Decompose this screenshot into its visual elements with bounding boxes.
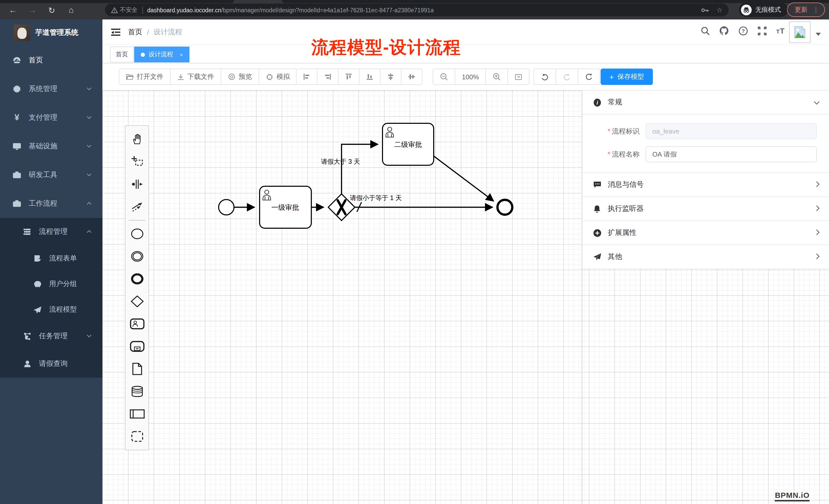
panel-section-extension[interactable]: 扩展属性 [582,221,829,245]
sidebar-item-infra[interactable]: 基础设施 [0,132,102,161]
start-event[interactable] [219,200,234,215]
zoom-in-button[interactable] [486,69,508,85]
sidebar-item-payment[interactable]: ¥ 支付管理 [0,103,102,132]
align-left-button[interactable] [296,69,318,85]
tab-label: 设计流程 [148,50,173,59]
process-name-input[interactable] [646,146,817,162]
font-size-icon[interactable]: TT [776,26,786,36]
browser-home-icon[interactable]: ⌂ [66,5,77,16]
key-icon[interactable] [701,7,710,12]
sidebar-item-label: 任务管理 [39,332,68,341]
logo-image [14,25,30,41]
caret-down-icon[interactable] [816,33,821,36]
preview-button[interactable]: 预览 [221,69,259,85]
required-star: * [608,150,610,158]
sidebar-item-process-form[interactable]: 流程表单 [0,245,102,271]
app-root: ← → ↻ ⌂ 不安全 dashboard.yudao.iocoder.cn/b… [0,0,829,504]
section-label: 消息与信号 [608,180,644,189]
browser-menu-kebab-icon[interactable]: ⋮ [813,6,819,13]
button-label: 打开文件 [137,72,163,81]
browser-forward-icon[interactable]: → [27,5,38,16]
sidebar-item-label: 流程模型 [49,305,77,314]
app-logo[interactable]: 芋道管理系统 [0,20,102,46]
panel-section-general[interactable]: i 常规 [582,90,829,115]
align-bottom-icon [366,73,373,80]
sidebar-item-process-mgmt[interactable]: 流程管理 [0,218,102,245]
breadcrumb-separator: / [147,28,149,36]
align-bottom-button[interactable] [359,69,381,85]
flow-label-gt3: 请假大于 3 天 [321,158,360,165]
zoom-out-button[interactable] [433,69,455,85]
align-center-vertical-button[interactable] [380,69,401,85]
restart-button[interactable] [578,69,600,85]
tab-design-process[interactable]: 设计流程 × [134,46,190,63]
sidebar-item-label: 系统管理 [29,84,57,93]
download-icon [177,73,184,80]
update-label[interactable]: 更新 [795,5,807,14]
github-icon[interactable] [719,26,729,36]
sidebar-item-system[interactable]: 系统管理 [0,75,102,103]
fullscreen-icon[interactable] [757,26,767,36]
panel-section-message[interactable]: 消息与信号 [582,173,829,197]
url-bar[interactable]: 不安全 dashboard.yudao.iocoder.cn/bpm/manag… [105,4,729,16]
flow-task2-to-end[interactable] [434,156,494,201]
process-key-input[interactable] [646,123,817,139]
sidebar-item-label: 首页 [29,56,43,65]
bookmark-star-icon[interactable]: ☆ [717,6,722,14]
sidebar-item-leave-query[interactable]: 请假查询 [0,350,102,378]
save-model-button[interactable]: + 保存模型 [601,69,653,85]
search-icon[interactable] [700,26,710,36]
align-center-v-icon [387,73,394,80]
task-first-approve[interactable]: 一级审批 [260,186,311,228]
zoom-level-display[interactable]: 100% [455,69,486,85]
bpmn-io-watermark[interactable]: BPMN.iO [775,491,809,501]
chevron-right-icon [816,205,820,213]
task2-label: 二级审批 [394,141,422,148]
sidebar-item-home[interactable]: 首页 [0,46,102,75]
task1-label: 一级审批 [272,204,299,211]
undo-icon [541,73,549,81]
sidebar-item-workflow[interactable]: 工作流程 [0,189,102,218]
help-icon[interactable]: ? [738,26,748,36]
download-file-button[interactable]: 下载文件 [170,69,221,85]
url-divider [142,6,143,13]
broken-image-icon [794,26,805,38]
section-label: 扩展属性 [608,228,637,237]
flow-gateway-to-task2[interactable] [341,144,378,194]
sidebar-item-user-group[interactable]: 用户分组 [0,271,102,297]
user-icon [23,359,32,369]
panel-section-listener[interactable]: 执行监听器 [582,197,829,221]
align-right-button[interactable] [317,69,338,85]
end-event[interactable] [498,200,512,215]
panel-section-other[interactable]: 其他 [582,245,829,269]
sidebar-item-label: 流程管理 [39,227,68,236]
align-top-button[interactable] [338,69,359,85]
field-label: *流程名称 [594,150,640,159]
browser-back-icon[interactable]: ← [7,5,19,16]
sidebar: 芋道管理系统 首页 系统管理 ¥ 支付管理 基础设施 研发工具 [0,20,102,504]
avatar[interactable] [789,22,810,43]
bpmn-canvas[interactable]: 一级审批 二级审批 [102,90,829,504]
sidebar-item-process-model[interactable]: 流程模型 [0,297,102,322]
reset-zoom-button[interactable] [508,69,530,85]
task-second-approve[interactable]: 二级审批 [383,123,434,165]
eye-icon [228,73,236,80]
sidebar-item-task-mgmt[interactable]: 任务管理 [0,322,102,350]
tab-label: 首页 [116,50,128,59]
browser-active-tab[interactable] [233,0,283,3]
undo-button[interactable] [534,69,556,85]
sidebar-collapse-icon[interactable] [111,27,121,37]
align-center-horizontal-button[interactable] [401,69,423,85]
redo-button[interactable] [555,69,578,85]
button-label: 下载文件 [187,72,214,81]
tab-home[interactable]: 首页 [110,46,134,63]
open-file-button[interactable]: 打开文件 [119,69,171,85]
browser-reload-icon[interactable]: ↻ [46,5,57,16]
warning-icon [111,7,118,13]
tab-close-icon[interactable]: × [180,51,183,57]
simulate-button[interactable]: 模拟 [259,69,297,85]
folder-open-icon [126,73,134,80]
breadcrumb-home[interactable]: 首页 [128,28,142,37]
browser-update-button[interactable]: 更新 ⋮ [787,3,825,17]
sidebar-item-devtools[interactable]: 研发工具 [0,161,102,189]
